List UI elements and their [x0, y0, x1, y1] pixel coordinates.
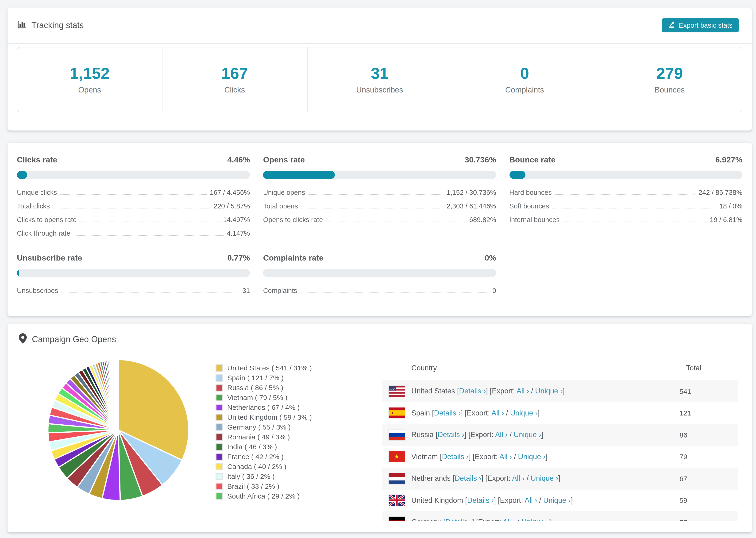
- export-all-link[interactable]: All ›: [512, 474, 524, 482]
- details-link[interactable]: Details ›: [445, 518, 472, 521]
- export-unique-link[interactable]: Unique ›: [510, 409, 537, 417]
- legend-swatch: [216, 394, 223, 401]
- legend-item[interactable]: United States ( 541 / 31% ): [216, 363, 312, 373]
- legend-item[interactable]: Italy ( 36 / 2% ): [216, 471, 312, 481]
- germany-flag-icon: [389, 517, 405, 521]
- rate-row: Total opens2,303 / 61.446%: [263, 199, 496, 213]
- bounce-rate-progressbar: [509, 171, 742, 179]
- country-total: 541: [679, 380, 691, 402]
- row-links: [Details ›] [Export: All › / Unique ›]: [457, 387, 565, 396]
- export-all-link[interactable]: All ›: [516, 387, 529, 395]
- legend-item[interactable]: Germany ( 55 / 3% ): [216, 422, 312, 432]
- country-total: 67: [679, 467, 687, 489]
- russia-flag-icon: [389, 430, 405, 440]
- country-total: 55: [679, 511, 687, 521]
- table-row: United States [Details ›] [Export: All ›…: [382, 380, 738, 402]
- geo-pie-chart[interactable]: [47, 359, 190, 501]
- tracking-stats-header: Tracking stats Export basic stats: [8, 8, 752, 44]
- legend-swatch: [216, 443, 223, 451]
- stats-summary-row: 1,152 Opens 167 Clicks 31 Unsubscribes 0…: [17, 47, 742, 112]
- country-total: 86: [679, 424, 687, 446]
- legend-item[interactable]: United Kingdom ( 59 / 3% ): [216, 412, 312, 422]
- export-unique-link[interactable]: Unique ›: [531, 474, 558, 482]
- complaints-rate-title: Complaints rate: [263, 253, 324, 263]
- details-link[interactable]: Details ›: [442, 453, 469, 460]
- opens-count: 1,152: [70, 65, 110, 81]
- legend-swatch: [216, 413, 223, 421]
- rate-row: Total clicks220 / 5.87%: [17, 199, 250, 213]
- details-link[interactable]: Details ›: [455, 474, 481, 482]
- export-unique-link[interactable]: Unique ›: [521, 518, 549, 521]
- geo-opens-header: Campaign Geo Opens: [8, 324, 752, 355]
- legend-swatch: [216, 492, 223, 500]
- export-all-link[interactable]: All ›: [495, 431, 508, 439]
- clicks-rate-block: Clicks rate 4.46% Unique clicks167 / 4.4…: [17, 155, 250, 240]
- table-row: United Kingdom [Details ›] [Export: All …: [382, 489, 738, 511]
- stat-complaints: 0 Complaints: [452, 47, 597, 112]
- details-link[interactable]: Details ›: [467, 496, 494, 504]
- legend-item[interactable]: Spain ( 121 / 7% ): [216, 373, 312, 383]
- export-all-link[interactable]: All ›: [499, 453, 512, 460]
- legend-item[interactable]: South Africa ( 29 / 2% ): [216, 491, 312, 501]
- rate-row: Complaints0: [263, 284, 496, 297]
- details-link[interactable]: Details ›: [434, 409, 461, 417]
- legend-item[interactable]: India ( 46 / 3% ): [216, 442, 312, 452]
- legend-item[interactable]: Romania ( 49 / 3% ): [216, 432, 312, 442]
- country-name: Netherlands: [411, 474, 453, 483]
- map-pin-icon: [19, 333, 27, 346]
- rate-row: Click through rate4.147%: [17, 226, 250, 240]
- legend-swatch: [216, 453, 223, 460]
- page-title: Tracking stats: [31, 21, 84, 30]
- complaints-label: Complaints: [505, 85, 544, 94]
- opens-rate-title: Opens rate: [263, 155, 305, 165]
- legend-label: Spain ( 121 / 7% ): [227, 374, 284, 382]
- details-link[interactable]: Details ›: [459, 387, 486, 395]
- export-unique-link[interactable]: Unique ›: [518, 453, 545, 460]
- legend-label: United Kingdom ( 59 / 3% ): [227, 413, 312, 421]
- tracking-stats-title: Tracking stats: [17, 20, 84, 31]
- bounces-count: 279: [656, 65, 683, 81]
- legend-label: Romania ( 49 / 3% ): [227, 433, 290, 441]
- export-all-link[interactable]: All ›: [491, 409, 504, 417]
- rate-row: Hard bounces242 / 86.738%: [509, 186, 742, 199]
- unsubscribes-count: 31: [371, 65, 389, 81]
- bounces-label: Bounces: [655, 85, 685, 94]
- total-column-header: Total: [686, 364, 702, 372]
- us-flag-icon: [389, 386, 405, 397]
- export-unique-link[interactable]: Unique ›: [514, 431, 541, 439]
- geo-legend: United States ( 541 / 31% ) Spain ( 121 …: [216, 363, 312, 501]
- country-name: Vietnam: [411, 453, 440, 461]
- legend-item[interactable]: France ( 42 / 2% ): [216, 452, 312, 461]
- stat-opens: 1,152 Opens: [17, 47, 162, 112]
- unsubscribe-rate-progressbar: [17, 269, 250, 277]
- legend-swatch: [216, 482, 223, 490]
- rates-card: Clicks rate 4.46% Unique clicks167 / 4.4…: [8, 143, 752, 316]
- table-row: Netherlands [Details ›] [Export: All › /…: [382, 467, 738, 489]
- opens-label: Opens: [78, 85, 101, 94]
- export-basic-stats-button[interactable]: Export basic stats: [662, 18, 739, 32]
- details-link[interactable]: Details ›: [438, 431, 464, 439]
- unsubscribe-rate-value: 0.77%: [227, 253, 250, 263]
- table-row: Spain [Details ›] [Export: All › / Uniqu…: [382, 402, 738, 424]
- export-all-link[interactable]: All ›: [503, 518, 515, 521]
- country-total: 121: [679, 402, 691, 424]
- vietnam-flag-icon: [389, 452, 405, 462]
- export-icon: [668, 21, 675, 29]
- geo-table-rows: United States [Details ›] [Export: All ›…: [382, 380, 738, 521]
- legend-label: United States ( 541 / 31% ): [227, 364, 312, 372]
- bar-chart-icon: [17, 20, 26, 31]
- legend-item[interactable]: Netherlands ( 67 / 4% ): [216, 402, 312, 412]
- spain-flag-icon: [389, 408, 405, 418]
- country-total: 59: [679, 489, 687, 511]
- legend-item[interactable]: Brazil ( 33 / 2% ): [216, 481, 312, 491]
- legend-item[interactable]: Vietnam ( 79 / 5% ): [216, 393, 312, 402]
- row-links: [Details ›] [Export: All › / Unique ›]: [453, 474, 560, 483]
- legend-item[interactable]: Canada ( 40 / 2% ): [216, 461, 312, 471]
- rate-row: Unique clicks167 / 4.456%: [17, 186, 250, 199]
- export-all-link[interactable]: All ›: [525, 496, 537, 504]
- geo-opens-card: Campaign Geo Opens United States ( 541 /…: [8, 324, 752, 532]
- legend-label: Vietnam ( 79 / 5% ): [227, 394, 287, 402]
- export-unique-link[interactable]: Unique ›: [535, 387, 563, 395]
- legend-item[interactable]: Russia ( 86 / 5% ): [216, 383, 312, 393]
- export-unique-link[interactable]: Unique ›: [543, 496, 571, 504]
